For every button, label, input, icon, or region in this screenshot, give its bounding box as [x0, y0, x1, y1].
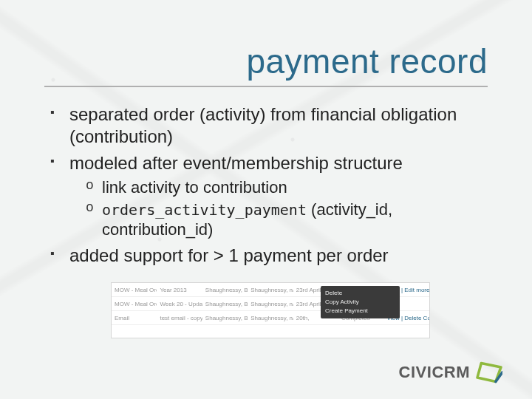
menu-item-delete[interactable]: Delete: [325, 289, 395, 298]
logo: CIVICRM: [399, 361, 502, 384]
slide: payment record separated order (activity…: [0, 0, 532, 399]
menu-item-create-payment[interactable]: Create Payment: [325, 307, 395, 316]
bullet-text: separated order (activity) from financia…: [69, 104, 457, 146]
cell: test email - copy: [157, 315, 202, 321]
cell: Shaughnessy, n/a: [248, 287, 293, 293]
bullet: added support for > 1 payment per order: [50, 245, 488, 267]
cell: Email: [112, 315, 157, 321]
cell: Shaughnessy, Brian: [202, 315, 248, 321]
menu-item-copy-activity[interactable]: Copy Activity: [325, 298, 395, 307]
cell: Shaughnessy, n/a: [248, 315, 293, 321]
sub-bullet-text: link activity to contribution: [102, 178, 287, 197]
bullet: separated order (activity) from financia…: [50, 103, 488, 148]
title-underline: [44, 86, 488, 87]
cell: Week 20 - Updates: [157, 301, 202, 307]
bullet-text: added support for > 1 payment per order: [69, 245, 389, 265]
slide-body: separated order (activity) from financia…: [50, 103, 488, 271]
sub-bullet: orders_activity_payment (activity_id, co…: [86, 200, 488, 240]
cell: Shaughnessy, Brian: [202, 301, 248, 307]
cell: MOW - Meal Order: [112, 287, 157, 293]
sub-bullet: link activity to contribution: [86, 177, 488, 198]
context-menu[interactable]: Delete Copy Activity Create Payment: [321, 286, 400, 318]
civicrm-logo-icon: [476, 361, 502, 384]
slide-title: payment record: [0, 41, 488, 81]
bullet: modeled after event/membership structure…: [50, 152, 488, 240]
embedded-screenshot: MOW - Meal Order Year 2013 Shaughnessy, …: [111, 282, 430, 338]
cell: Year 2013: [157, 287, 202, 293]
cell: Shaughnessy, Brian: [202, 287, 248, 293]
cell: Shaughnessy, n/a: [248, 301, 293, 307]
logo-text: CIVICRM: [399, 363, 470, 382]
cell: MOW - Meal Order: [112, 301, 157, 307]
bullet-text: modeled after event/membership structure: [69, 153, 403, 173]
sub-bullet-mono: orders_activity_payment: [102, 201, 307, 219]
